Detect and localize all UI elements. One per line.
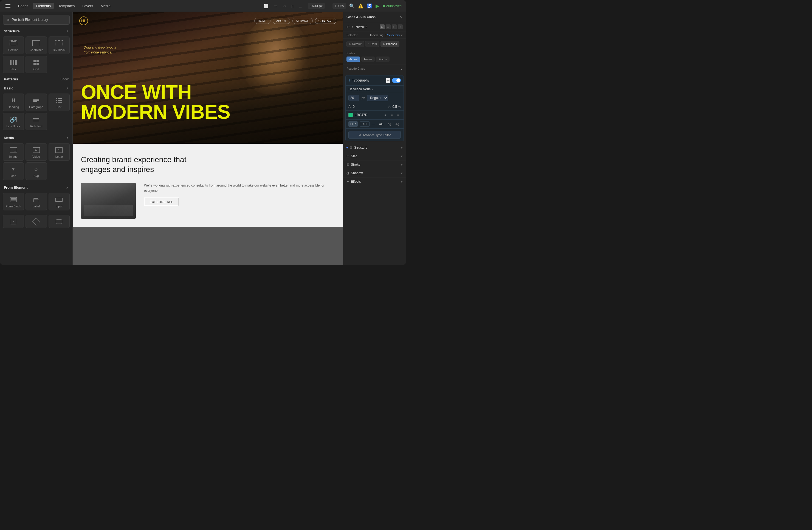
element-lottie[interactable]: Lottie <box>48 143 70 161</box>
class-default-btn[interactable]: ◇ Default <box>347 41 364 47</box>
pseudo-class-row[interactable]: Psuedo Class ∨ <box>343 65 406 73</box>
zoom-control[interactable]: 100% <box>333 3 346 9</box>
selectors-count[interactable]: 5 Selectors <box>385 33 400 37</box>
nav-contact[interactable]: CONTACT <box>315 18 336 24</box>
class-pressed-btn[interactable]: ◇ Pressed <box>380 41 400 47</box>
explore-all-button[interactable]: EXPLORE ALL <box>144 198 179 206</box>
id-value[interactable]: button13 <box>356 25 377 29</box>
element-rounded-rect[interactable] <box>48 215 70 228</box>
color-swatch[interactable] <box>348 113 353 117</box>
nav-service[interactable]: SERVICE <box>292 18 313 24</box>
element-diamond[interactable] <box>26 215 47 228</box>
font-weight-select[interactable]: Regular Bold Light <box>367 95 388 101</box>
id-type-rounded[interactable]: ▢ <box>392 25 397 29</box>
element-heading[interactable]: H Heading <box>3 94 24 111</box>
size-section-toggle[interactable]: ⊡ Size ∨ <box>343 152 406 160</box>
align-center-btn[interactable]: ≡ <box>389 112 394 118</box>
search-icon[interactable]: 🔍 <box>349 3 355 9</box>
accessibility-icon[interactable]: ♿ <box>367 3 372 9</box>
hero-background <box>73 12 343 144</box>
element-label[interactable]: Label <box>26 193 47 211</box>
element-checkbox[interactable] <box>3 215 24 228</box>
nav-home[interactable]: HOME <box>254 18 271 24</box>
letter-spacing-value[interactable]: 0 <box>353 105 355 109</box>
structure-section-icon: ⊟ <box>350 146 352 149</box>
font-size-input[interactable] <box>348 95 359 101</box>
size-section-icon: ⊡ <box>347 154 349 158</box>
from-element-section-header[interactable]: From Element ∧ <box>0 183 72 191</box>
content-image <box>81 183 136 219</box>
state-hover-btn[interactable]: Hover <box>361 57 375 62</box>
word-spacing-value[interactable]: 0.5 <box>393 105 397 109</box>
state-focus-btn[interactable]: Focus <box>376 57 390 62</box>
effects-section-toggle[interactable]: ✦ Effects ∨ <box>343 177 406 186</box>
element-icon[interactable]: Icon <box>3 162 24 180</box>
warning-icon[interactable]: ⚠️ <box>358 3 363 9</box>
nav-about[interactable]: ABOUT <box>273 18 290 24</box>
element-container[interactable]: Container <box>26 37 47 54</box>
nav-media[interactable]: Media <box>97 3 114 9</box>
advance-type-editor-button[interactable]: ⚙ Advance Type Editor <box>348 131 401 139</box>
media-title: Media <box>4 136 14 140</box>
hero-headline[interactable]: ONCE WITHMODERN VIBES <box>81 82 335 122</box>
id-type-circle[interactable]: ○ <box>398 25 403 29</box>
structure-section-header[interactable]: Structure ∧ <box>0 26 72 35</box>
viewport-size-display[interactable]: 1600 px <box>308 3 325 9</box>
state-active-btn[interactable]: Active <box>347 57 360 62</box>
element-section[interactable]: Section <box>3 37 24 54</box>
viewport-mobile[interactable]: ▯ <box>289 2 296 10</box>
case-lower-btn[interactable]: ag <box>386 122 393 126</box>
nav-elements[interactable]: Elements <box>33 3 54 9</box>
typography-back-btn[interactable]: ↩ <box>386 77 390 83</box>
element-flex[interactable]: Flex <box>3 56 24 73</box>
font-family-select[interactable]: Helvetica Neue ∨ <box>348 87 374 91</box>
panel-collapse-button[interactable]: ⤡ <box>400 15 403 19</box>
element-link-block[interactable]: 🔗 Link Block <box>3 113 24 130</box>
hamburger-menu[interactable] <box>4 3 12 9</box>
color-hex-value[interactable]: 1BC47D <box>355 113 380 117</box>
element-list[interactable]: List <box>48 94 70 111</box>
structure-section-toggle[interactable]: ⊟ Structure ∨ <box>343 143 406 152</box>
shadow-section-icon: ◑ <box>347 171 349 175</box>
viewport-desktop[interactable]: ⬜ <box>261 2 271 10</box>
case-title-btn[interactable]: Ag <box>394 122 401 126</box>
class-dark-btn[interactable]: ◇ Dark <box>365 41 379 47</box>
case-upper-btn[interactable]: AG <box>377 122 385 126</box>
element-grid[interactable]: Grid <box>26 56 47 73</box>
stroke-section-toggle[interactable]: ⊞ Stroke ∨ <box>343 160 406 169</box>
ltr-button[interactable]: LTR <box>348 121 358 127</box>
shadow-section-toggle[interactable]: ◑ Shadow ∨ <box>343 169 406 177</box>
id-type-rect[interactable]: □ <box>380 25 385 29</box>
preview-button[interactable]: ▶ <box>376 3 379 9</box>
viewport-more[interactable]: ... <box>297 2 304 10</box>
id-type-icons: □ ▭ ▢ ○ <box>380 25 403 29</box>
library-button[interactable]: ⊞ Pre-built Element Library <box>3 15 70 25</box>
patterns-show[interactable]: Show <box>60 77 69 81</box>
typography-toggle[interactable] <box>392 78 401 83</box>
basic-section-header[interactable]: Basic ∧ <box>0 83 72 92</box>
element-image[interactable]: Image <box>3 143 24 161</box>
nav-layers[interactable]: Layers <box>79 3 96 9</box>
align-right-btn[interactable]: ≡ <box>395 112 401 118</box>
element-rich-text[interactable]: Rich Text <box>26 113 47 130</box>
library-icon: ⊞ <box>7 18 10 22</box>
top-navigation: Pages Elements Templates Layers Media <box>15 3 114 9</box>
icon-label: Icon <box>11 174 16 177</box>
dash-sep: — <box>372 122 375 126</box>
media-section-header[interactable]: Media ∧ <box>0 133 72 142</box>
viewport-tablet[interactable]: ▭ <box>272 2 279 10</box>
element-div-block[interactable]: Div Block <box>48 37 70 54</box>
logo[interactable]: HL <box>79 16 88 25</box>
id-label: ID <box>347 25 349 29</box>
element-paragraph[interactable]: Paragraph <box>26 94 47 111</box>
element-input[interactable]: Input <box>48 193 70 211</box>
align-left-btn[interactable]: ≡ <box>383 112 388 118</box>
nav-templates[interactable]: Templates <box>55 3 78 9</box>
rtl-button[interactable]: RTL <box>360 121 369 127</box>
id-type-rect2[interactable]: ▭ <box>386 25 391 29</box>
viewport-laptop[interactable]: ▱ <box>281 2 288 10</box>
nav-pages[interactable]: Pages <box>15 3 31 9</box>
element-video[interactable]: Video <box>26 143 47 161</box>
element-svg[interactable]: Svg <box>26 162 47 180</box>
element-form-block[interactable]: Form Block <box>3 193 24 211</box>
